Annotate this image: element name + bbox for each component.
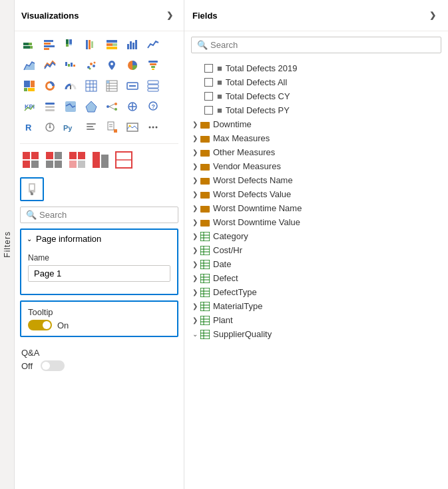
tooltip-toggle[interactable] <box>28 320 52 330</box>
list-item[interactable]: ❯ Date <box>184 257 448 271</box>
list-item[interactable]: ❯ Worst Defects Value <box>184 187 448 201</box>
image-icon[interactable] <box>123 118 142 137</box>
format-paint-icon <box>25 182 39 197</box>
qa-icon[interactable]: ? <box>144 97 162 116</box>
custom-viz-4[interactable] <box>90 149 111 171</box>
format-tabs <box>15 173 184 201</box>
svg-point-69 <box>114 103 117 105</box>
key-influencers-icon[interactable] <box>123 97 142 116</box>
svg-rect-12 <box>86 40 88 49</box>
chevron-icon: ❯ <box>192 163 198 170</box>
list-item[interactable]: ❯ Worst Defects Name <box>184 173 448 187</box>
chevron-icon: ❯ <box>192 316 198 324</box>
svg-marker-89 <box>114 129 117 133</box>
scatter-icon[interactable] <box>82 56 101 75</box>
custom-viz-2[interactable] <box>43 149 65 171</box>
map-icon[interactable] <box>103 56 121 75</box>
viz-panel-title: Visualizations <box>21 11 79 21</box>
table-field-icon <box>200 330 210 339</box>
custom-viz-3[interactable] <box>67 149 88 171</box>
table-viz-icon[interactable] <box>82 77 101 95</box>
matrix-icon[interactable] <box>103 77 121 95</box>
qa-section: Q&A Off <box>15 342 184 376</box>
line-icon[interactable] <box>144 35 162 54</box>
more-icon[interactable] <box>144 118 162 137</box>
100pct-bar-icon[interactable] <box>103 35 121 54</box>
shape-map-icon[interactable] <box>82 97 101 116</box>
waterfall-icon[interactable] <box>61 56 80 75</box>
chevron-icon: ❯ <box>192 205 198 212</box>
chevron-icon: ❯ <box>192 135 198 142</box>
qa-toggle[interactable] <box>41 360 65 371</box>
list-item[interactable]: ❯ Worst Downtime Name <box>184 201 448 215</box>
decomp-tree-icon[interactable] <box>103 97 121 116</box>
multi-row-card-icon[interactable] <box>144 77 162 95</box>
svg-rect-63 <box>45 103 55 105</box>
list-item[interactable]: ❯ Plant <box>184 313 448 327</box>
funnel-icon[interactable] <box>144 56 162 75</box>
field-checkbox[interactable] <box>204 78 213 87</box>
list-item[interactable]: ❯ Vendor Measures <box>184 159 448 173</box>
viz-icons-grid: KPI ? R Py <box>15 31 184 141</box>
ribbon-icon[interactable] <box>41 56 59 75</box>
svg-rect-85 <box>87 129 95 130</box>
filters-label: Filters <box>3 231 12 258</box>
clustered-bar-h-icon[interactable] <box>82 35 101 54</box>
list-item[interactable]: ❯ Downtime <box>184 117 448 131</box>
svg-rect-98 <box>31 161 39 168</box>
gauge-icon[interactable] <box>61 77 80 95</box>
svg-rect-130 <box>200 220 204 222</box>
donut-icon[interactable] <box>41 77 59 95</box>
page-information-header[interactable]: ⌄ Page information <box>21 230 177 248</box>
svg-rect-9 <box>66 44 69 47</box>
viz-search-box[interactable]: 🔍 <box>20 207 178 223</box>
field-checkbox[interactable] <box>204 106 213 115</box>
viz-search-input[interactable] <box>39 210 172 220</box>
list-item[interactable]: ❯ Other Measures <box>184 145 448 159</box>
custom-viz-5[interactable] <box>113 149 134 171</box>
list-item[interactable]: ❯ Cost/Hr <box>184 243 448 257</box>
fields-search-box[interactable]: 🔍 <box>191 37 441 53</box>
list-item[interactable]: ■ Total Defects PY <box>184 103 448 117</box>
slicer-icon[interactable] <box>41 97 59 116</box>
list-item[interactable]: ❯ DefectType <box>184 285 448 299</box>
pie-icon[interactable] <box>123 56 142 75</box>
clustered-bar-icon[interactable] <box>41 35 59 54</box>
name-input[interactable] <box>28 265 170 282</box>
tooltip-label: Tooltip <box>28 307 170 317</box>
line-column-icon[interactable] <box>123 35 142 54</box>
list-item[interactable]: ❯ Worst Downtime Value <box>184 215 448 229</box>
smart-narrative-icon[interactable] <box>82 118 101 137</box>
list-item[interactable]: ❯ Category <box>184 229 448 243</box>
stacked-bar-icon[interactable] <box>20 35 39 54</box>
custom-viz-icon[interactable] <box>41 118 59 137</box>
filters-sidebar[interactable]: Filters <box>0 0 15 489</box>
card-icon[interactable] <box>123 77 142 95</box>
r-icon[interactable]: R <box>20 118 39 137</box>
custom-viz-1[interactable] <box>20 149 41 171</box>
list-item[interactable]: ❯ Defect <box>184 271 448 285</box>
field-label-text: DefectType <box>213 287 257 297</box>
area-icon[interactable] <box>20 56 39 75</box>
fields-expand-icon[interactable]: ❯ <box>425 5 440 25</box>
svg-rect-116 <box>200 122 204 124</box>
filled-map-icon[interactable] <box>61 97 80 116</box>
fields-search-icon: 🔍 <box>197 40 208 50</box>
list-item[interactable]: ■ Total Defects All <box>184 75 448 89</box>
list-item[interactable]: ■ Total Defects 2019 <box>184 61 448 75</box>
viz-panel-expand[interactable]: ❯ <box>162 5 177 25</box>
list-item[interactable]: ■ Total Defects CY <box>184 89 448 103</box>
py-icon[interactable]: Py <box>61 118 80 137</box>
list-item[interactable]: ❯ Max Measures <box>184 131 448 145</box>
format-tab[interactable] <box>20 177 44 201</box>
stacked-bar-h-icon[interactable] <box>61 35 80 54</box>
list-item[interactable]: ⌄ SupplierQuality <box>184 327 448 341</box>
field-checkbox[interactable] <box>204 92 213 101</box>
fields-search-input[interactable] <box>210 40 435 50</box>
kpi-icon[interactable]: KPI <box>20 97 39 116</box>
paginated-icon[interactable] <box>103 118 121 137</box>
treemap-icon[interactable] <box>20 77 39 95</box>
list-item[interactable]: ❯ MaterialType <box>184 299 448 313</box>
field-checkbox[interactable] <box>204 64 213 73</box>
svg-rect-103 <box>69 152 77 159</box>
